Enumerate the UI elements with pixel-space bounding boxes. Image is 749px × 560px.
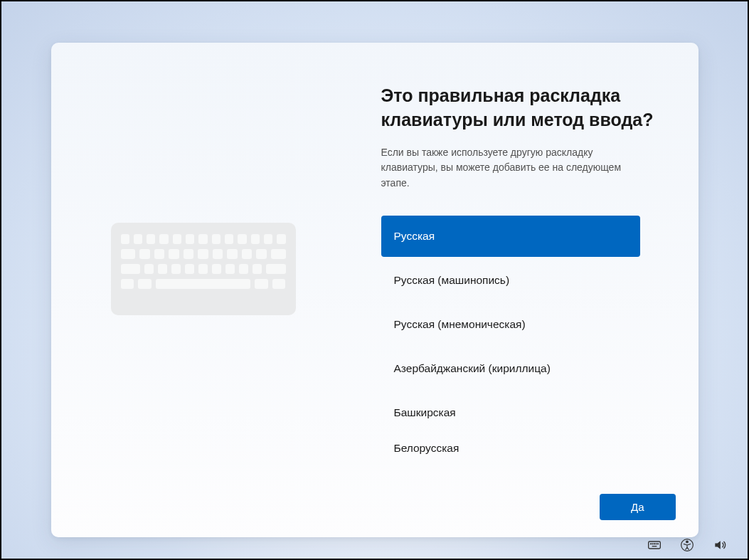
keyboard-illustration: [111, 223, 296, 315]
system-tray: [647, 537, 728, 553]
card-footer: Да: [600, 494, 676, 520]
svg-point-4: [656, 544, 657, 544]
layout-option-label: Русская (машинопись): [394, 274, 510, 287]
oobe-card: Это правильная раскладка клавиатуры или …: [51, 43, 698, 537]
yes-button[interactable]: Да: [600, 494, 676, 520]
desktop-background: Это правильная раскладка клавиатуры или …: [1, 1, 748, 559]
card-content: Это правильная раскладка клавиатуры или …: [51, 43, 698, 537]
page-title: Это правильная раскладка клавиатуры или …: [381, 84, 666, 132]
svg-point-5: [658, 544, 659, 544]
keyboard-layout-list: РусскаяРусская (машинопись)Русская (мнем…: [381, 216, 640, 467]
illustration-pane: [51, 43, 356, 537]
layout-option-label: Азербайджанский (кириллица): [394, 362, 551, 375]
svg-point-3: [654, 544, 655, 544]
form-pane: Это правильная раскладка клавиатуры или …: [356, 43, 698, 537]
layout-option[interactable]: Русская (машинопись): [381, 260, 640, 301]
svg-point-2: [652, 544, 653, 544]
keyboard-icon[interactable]: [647, 537, 662, 553]
layout-option[interactable]: Азербайджанский (кириллица): [381, 348, 640, 389]
svg-point-1: [651, 544, 652, 544]
layout-option[interactable]: Русская (мнемоническая): [381, 304, 640, 345]
svg-point-8: [686, 541, 689, 543]
page-subtitle: Если вы также используете другую расклад…: [381, 145, 652, 191]
svg-rect-0: [649, 541, 661, 549]
volume-icon[interactable]: [712, 537, 728, 553]
layout-option-label: Башкирская: [394, 406, 456, 419]
layout-option-label: Русская: [394, 230, 435, 243]
layout-option-label: Русская (мнемоническая): [394, 318, 526, 331]
layout-option[interactable]: Белорусская: [381, 436, 640, 465]
layout-option[interactable]: Башкирская: [381, 392, 640, 433]
accessibility-icon[interactable]: [679, 537, 695, 553]
layout-option-label: Белорусская: [394, 442, 460, 455]
layout-option[interactable]: Русская: [381, 216, 640, 257]
